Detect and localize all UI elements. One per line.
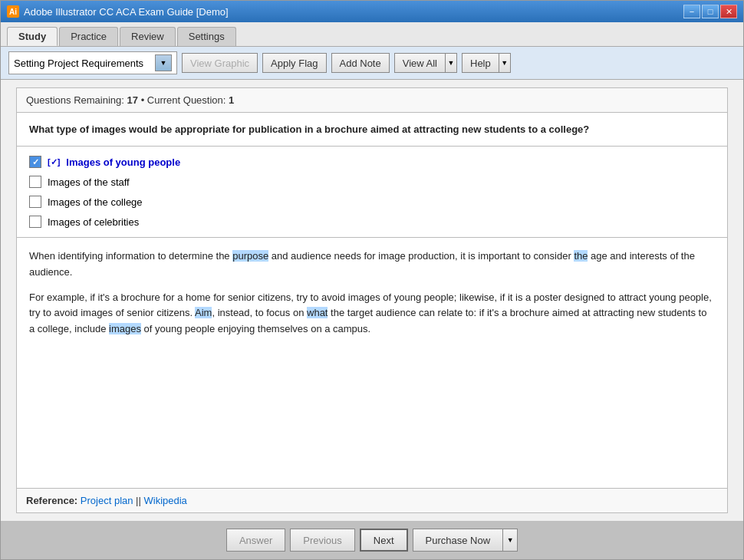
questions-remaining-value: 17 [127, 94, 138, 106]
help-group: Help ▼ [462, 53, 511, 73]
reference-box: Reference: Project plan || Wikipedia [16, 489, 728, 513]
close-button[interactable]: ✕ [720, 5, 737, 18]
window-controls: − □ ✕ [683, 5, 737, 18]
reference-link-1[interactable]: Project plan [81, 495, 133, 506]
info-bar: Questions Remaining: 17 • Current Questi… [16, 87, 728, 113]
content-area: Questions Remaining: 17 • Current Questi… [1, 80, 743, 521]
view-all-button[interactable]: View All [394, 53, 445, 73]
previous-button[interactable]: Previous [290, 529, 355, 552]
answers-box: [✓] Images of young people Images of the… [16, 147, 728, 238]
toolbar: Setting Project Requirements ▼ View Grap… [1, 47, 743, 80]
view-graphic-button[interactable]: View Graphic [182, 53, 258, 73]
reference-link-2[interactable]: Wikipedia [143, 495, 186, 506]
add-note-button[interactable]: Add Note [331, 53, 390, 73]
tab-study[interactable]: Study [7, 27, 58, 46]
current-question-label: Current Question: [147, 94, 226, 106]
answer-label-3: Images of the college [48, 196, 143, 208]
answer-label-1: Images of young people [66, 156, 180, 168]
answer-label-2: Images of the staff [48, 176, 130, 188]
tab-settings[interactable]: Settings [177, 27, 236, 46]
info-separator: • [141, 94, 145, 106]
app-icon: Ai [7, 5, 19, 18]
purchase-now-button[interactable]: Purchase Now [413, 529, 503, 552]
answer-checkbox-2[interactable] [29, 176, 41, 188]
reference-label: Reference: [26, 495, 77, 506]
purchase-group: Purchase Now ▼ [413, 529, 518, 552]
topic-dropdown-value: Setting Project Requirements [14, 58, 152, 69]
window-title: Adobe Illustrator CC ACA Exam Guide [Dem… [24, 6, 229, 18]
answer-checkbox-3[interactable] [29, 196, 41, 208]
answer-prefix-1: [✓] [48, 157, 60, 167]
answer-item-1[interactable]: [✓] Images of young people [29, 156, 715, 168]
help-button[interactable]: Help [462, 53, 499, 73]
topic-dropdown[interactable]: Setting Project Requirements ▼ [8, 51, 177, 74]
explanation-box: When identifying information to determin… [16, 238, 728, 489]
reference-separator: || [136, 495, 143, 506]
footer: Answer Previous Next Purchase Now ▼ [1, 521, 743, 559]
view-all-arrow[interactable]: ▼ [445, 53, 457, 73]
explanation-paragraph-2: For example, if it's a brochure for a ho… [29, 290, 715, 338]
next-button[interactable]: Next [360, 529, 408, 552]
current-question-value: 1 [229, 94, 234, 106]
apply-flag-button[interactable]: Apply Flag [262, 53, 326, 73]
main-window: Ai Adobe Illustrator CC ACA Exam Guide [… [0, 0, 744, 560]
answer-item-2[interactable]: Images of the staff [29, 176, 715, 188]
topic-dropdown-arrow[interactable]: ▼ [155, 54, 172, 71]
maximize-button[interactable]: □ [702, 5, 719, 18]
question-text: What type of images would be appropriate… [29, 124, 589, 135]
questions-remaining-label: Questions Remaining: [26, 94, 124, 106]
tab-review[interactable]: Review [120, 27, 176, 46]
answer-button[interactable]: Answer [226, 529, 285, 552]
explanation-paragraph-1: When identifying information to determin… [29, 249, 715, 281]
answer-item-4[interactable]: Images of celebrities [29, 216, 715, 228]
tab-practice[interactable]: Practice [59, 27, 118, 46]
tab-bar: Study Practice Review Settings [1, 22, 743, 47]
answer-checkbox-4[interactable] [29, 216, 41, 228]
answer-item-3[interactable]: Images of the college [29, 196, 715, 208]
minimize-button[interactable]: − [683, 5, 700, 18]
question-box: What type of images would be appropriate… [16, 113, 728, 147]
view-all-group: View All ▼ [394, 53, 457, 73]
title-bar: Ai Adobe Illustrator CC ACA Exam Guide [… [1, 1, 743, 22]
answer-label-4: Images of celebrities [48, 216, 139, 228]
answer-checkbox-1[interactable] [29, 156, 41, 168]
title-bar-left: Ai Adobe Illustrator CC ACA Exam Guide [… [7, 5, 229, 18]
purchase-arrow[interactable]: ▼ [502, 529, 518, 552]
help-arrow[interactable]: ▼ [499, 53, 511, 73]
